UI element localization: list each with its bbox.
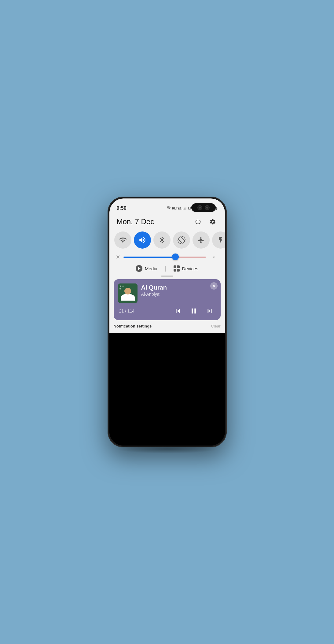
flashlight-toggle[interactable] xyxy=(212,231,225,249)
notification-clear-button[interactable]: Clear xyxy=(211,324,220,328)
svg-rect-10 xyxy=(217,208,217,209)
track-position: 21 / 114 xyxy=(119,309,135,313)
media-button[interactable]: Media xyxy=(136,265,157,272)
person-silhouette xyxy=(119,287,136,303)
notification-close-button[interactable]: ✕ xyxy=(210,282,218,290)
slider-thumb[interactable] xyxy=(172,254,179,260)
sound-toggle[interactable] xyxy=(134,231,151,249)
bluetooth-toggle[interactable] xyxy=(153,231,171,249)
media-label: Media xyxy=(145,266,157,271)
camera-lens-2 xyxy=(205,205,210,210)
quick-toggles xyxy=(109,230,225,250)
brightness-slider[interactable] xyxy=(123,256,206,258)
skip-next-button[interactable] xyxy=(204,305,215,316)
brightness-icon: ☀ xyxy=(116,254,120,261)
date-row: Mon, 7 Dec xyxy=(109,214,225,230)
power-button[interactable] xyxy=(193,217,203,227)
notification-controls: 21 / 114 xyxy=(118,305,216,316)
notification-card: ✕ ★ ★★ xyxy=(114,279,221,320)
grid-icon xyxy=(174,265,180,272)
notification-subtitle: Al-Anbiya' xyxy=(141,292,216,297)
date-text: Mon, 7 Dec xyxy=(117,217,154,226)
svg-rect-2 xyxy=(185,207,185,210)
airplane-toggle[interactable] xyxy=(193,231,210,249)
phone-frame: 9:50 RLTE1 LTE2 67% xyxy=(108,197,227,447)
devices-button[interactable]: Devices xyxy=(174,265,198,272)
settings-button[interactable] xyxy=(208,217,218,227)
pause-button[interactable] xyxy=(188,305,199,316)
lte1-label: RLTE1 xyxy=(172,207,182,210)
date-icons xyxy=(193,217,218,227)
notification-art: ★ ★★ xyxy=(118,283,138,303)
alarm-icon xyxy=(167,206,171,210)
drag-handle[interactable] xyxy=(161,276,173,277)
svg-rect-1 xyxy=(184,208,184,210)
media-devices-row: Media | Devices xyxy=(109,263,225,274)
svg-rect-0 xyxy=(183,209,183,210)
brightness-row: ☀ xyxy=(109,250,225,263)
playback-buttons xyxy=(172,305,215,316)
notification-actions: Notification settings Clear xyxy=(109,323,225,331)
notification-title: Al Quran xyxy=(141,284,216,291)
signal-icon-1 xyxy=(183,206,187,210)
wifi-toggle[interactable] xyxy=(114,231,131,249)
black-screen xyxy=(109,357,225,446)
devices-label: Devices xyxy=(182,266,198,271)
camera-area xyxy=(191,203,216,212)
play-icon xyxy=(136,265,142,272)
phone-screen: 9:50 RLTE1 LTE2 67% xyxy=(109,198,225,446)
chevron-down-button[interactable] xyxy=(209,252,219,262)
notification-header: ★ ★★ Al Quran Al-Anbiya' xyxy=(118,283,216,303)
notification-panel: 9:50 RLTE1 LTE2 67% xyxy=(109,198,225,333)
status-time: 9:50 xyxy=(117,205,127,211)
slider-track xyxy=(123,257,206,258)
phone-shadow xyxy=(115,444,219,453)
svg-rect-3 xyxy=(185,207,186,210)
camera-lens-1 xyxy=(197,205,202,210)
notification-info: Al Quran Al-Anbiya' xyxy=(141,283,216,297)
divider: | xyxy=(165,265,166,272)
skip-previous-button[interactable] xyxy=(172,305,183,316)
rotation-toggle[interactable] xyxy=(173,231,190,249)
notification-settings-button[interactable]: Notification settings xyxy=(114,324,152,328)
